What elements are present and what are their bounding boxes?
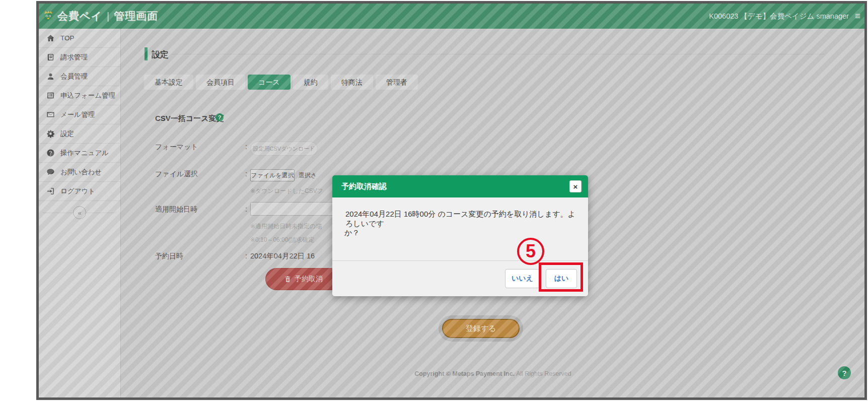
- modal-divider: [332, 260, 588, 261]
- file-note: ※ダウンロードしたCSVフ: [250, 187, 323, 195]
- modal-close-button[interactable]: ×: [569, 180, 582, 192]
- mascot-logo-icon: [43, 10, 54, 23]
- start-note-2: ※0:10～06:00(請求確定: [250, 236, 314, 244]
- section-accent-bar: [144, 47, 148, 60]
- tab-terms[interactable]: 規約: [293, 75, 328, 90]
- page-title: 管理画面: [114, 9, 158, 23]
- tab-admin[interactable]: 管理者: [376, 75, 418, 90]
- trash-icon: [284, 276, 291, 283]
- user-icon: [46, 72, 55, 81]
- sidebar-item-top[interactable]: TOP: [39, 29, 120, 48]
- colon: :: [245, 205, 247, 213]
- top-header: 会費ペイ | 管理画面 K006023 【デモ】会費ペイジム smanager …: [39, 4, 864, 29]
- sidebar-item-application-form[interactable]: 申込フォーム管理: [39, 86, 120, 105]
- question-circle-icon: [46, 149, 55, 158]
- brand: 会費ペイ | 管理画面: [39, 9, 158, 23]
- modal-title: 予約取消確認: [332, 182, 387, 191]
- file-select-label: ファイル選択: [155, 170, 198, 179]
- tab-course[interactable]: コース: [248, 75, 291, 90]
- reserved-datetime-label: 予約日時: [155, 252, 183, 261]
- sidebar: TOP 請求管理 会員管理 申込フォーム管理: [39, 29, 121, 397]
- highlight-rectangle-annotation: [539, 262, 583, 292]
- gear-icon: [46, 129, 55, 139]
- modal-header: 予約取消確認 ×: [332, 175, 588, 197]
- logout-icon: [46, 187, 55, 196]
- form-icon: [46, 91, 55, 100]
- file-choose-button[interactable]: ファイルを選択: [250, 169, 295, 181]
- sidebar-collapse-button[interactable]: «: [73, 206, 86, 219]
- subsection-title: CSV一括コース変更: [155, 114, 224, 123]
- account-info: K006023 【デモ】会費ペイジム smanager: [709, 12, 849, 21]
- step-number-annotation: 5: [517, 238, 544, 265]
- section-rule: [172, 54, 824, 54]
- sidebar-item-logout[interactable]: ログアウト: [39, 182, 120, 201]
- close-icon: ×: [573, 182, 578, 191]
- app-window: 会費ペイ | 管理画面 K006023 【デモ】会費ペイジム smanager …: [36, 1, 867, 400]
- comment-icon: [46, 168, 55, 177]
- help-fab-icon[interactable]: ?: [838, 366, 851, 379]
- sidebar-item-members[interactable]: 会員管理: [39, 67, 120, 86]
- sidebar-item-manual[interactable]: 操作マニュアル: [39, 144, 120, 163]
- reserved-datetime-value: 2024年04月22日 16: [250, 251, 315, 261]
- colon: :: [245, 170, 247, 178]
- no-button[interactable]: いいえ: [505, 269, 540, 288]
- register-button[interactable]: 登録する: [442, 319, 520, 338]
- format-label: フォーマット: [155, 143, 198, 152]
- colon: :: [245, 143, 247, 151]
- sidebar-item-settings[interactable]: 設定: [39, 124, 120, 144]
- hamburger-menu-icon[interactable]: ≡: [855, 11, 860, 22]
- tab-member-fields[interactable]: 会員項目: [196, 75, 245, 90]
- settings-tabs: 基本設定 会員項目 コース 規約 特商法 管理者: [144, 75, 418, 90]
- start-note-1: ※適用開始日時未指定の場: [250, 222, 322, 231]
- tab-basic-settings[interactable]: 基本設定: [144, 75, 193, 90]
- book-icon: [46, 53, 55, 62]
- help-icon[interactable]: ?: [215, 113, 224, 121]
- sidebar-collapse-area: «: [39, 201, 120, 225]
- brand-divider: |: [106, 11, 110, 22]
- tab-tokushoho[interactable]: 特商法: [331, 75, 373, 90]
- copyright: Copyright © Metaps Payment Inc. All Righ…: [121, 370, 864, 377]
- home-icon: [46, 34, 55, 43]
- page: 会費ペイ | 管理画面 K006023 【デモ】会費ペイジム smanager …: [39, 4, 864, 397]
- colon: :: [245, 252, 247, 260]
- modal-message-line1: 2024年04月22日 16時00分 のコース変更の予約を取り消します。よろしい…: [345, 210, 577, 229]
- brand-name: 会費ペイ: [57, 9, 102, 23]
- modal-message-line2: か？: [344, 228, 359, 238]
- chevron-left-icon: «: [78, 209, 81, 217]
- file-status-text: 選択さ: [299, 171, 317, 180]
- sidebar-item-mail[interactable]: メール管理: [39, 105, 120, 124]
- sidebar-item-billing[interactable]: 請求管理: [39, 48, 120, 67]
- mail-icon: [46, 110, 55, 119]
- csv-download-button[interactable]: 設定用CSVダウンロード: [250, 142, 318, 156]
- start-datetime-label: 適用開始日時: [155, 205, 197, 214]
- cancel-reservation-button[interactable]: 予約取消: [265, 268, 342, 290]
- sidebar-item-contact[interactable]: お問い合わせ: [39, 163, 120, 182]
- section-title: 設定: [152, 49, 169, 60]
